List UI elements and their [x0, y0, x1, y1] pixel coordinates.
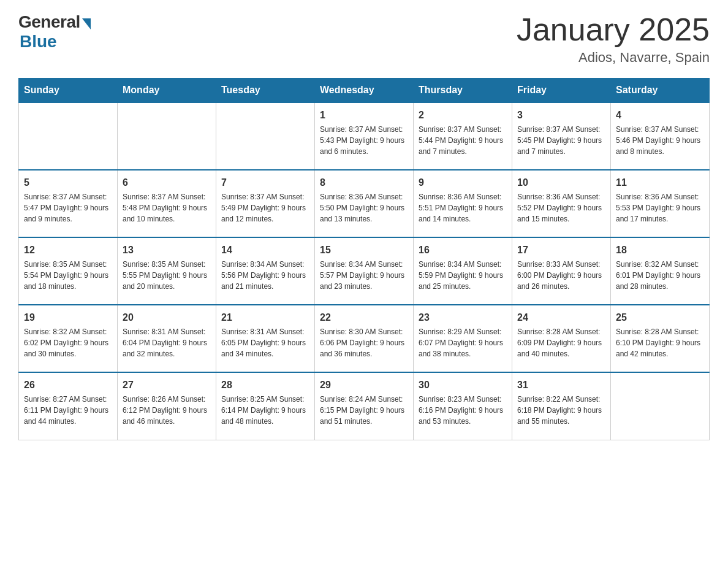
day-info: Sunrise: 8:35 AM Sunset: 5:55 PM Dayligh… — [123, 259, 211, 292]
calendar-cell: 26Sunrise: 8:27 AM Sunset: 6:11 PM Dayli… — [19, 372, 118, 440]
day-info: Sunrise: 8:37 AM Sunset: 5:47 PM Dayligh… — [24, 191, 112, 224]
calendar-cell: 29Sunrise: 8:24 AM Sunset: 6:15 PM Dayli… — [315, 372, 414, 440]
day-info: Sunrise: 8:28 AM Sunset: 6:09 PM Dayligh… — [517, 326, 605, 359]
week-row-2: 5Sunrise: 8:37 AM Sunset: 5:47 PM Daylig… — [19, 170, 710, 237]
day-number: 22 — [320, 310, 408, 324]
calendar-cell — [611, 372, 710, 440]
calendar-cell: 4Sunrise: 8:37 AM Sunset: 5:46 PM Daylig… — [611, 102, 710, 170]
day-header-wednesday: Wednesday — [315, 79, 414, 103]
day-number: 20 — [123, 310, 211, 324]
calendar-table: SundayMondayTuesdayWednesdayThursdayFrid… — [18, 78, 710, 440]
calendar-cell: 21Sunrise: 8:31 AM Sunset: 6:05 PM Dayli… — [216, 305, 315, 372]
day-info: Sunrise: 8:23 AM Sunset: 6:16 PM Dayligh… — [419, 394, 507, 427]
day-info: Sunrise: 8:30 AM Sunset: 6:06 PM Dayligh… — [320, 326, 408, 359]
day-header-monday: Monday — [118, 79, 216, 103]
day-info: Sunrise: 8:37 AM Sunset: 5:49 PM Dayligh… — [221, 191, 309, 224]
day-info: Sunrise: 8:36 AM Sunset: 5:50 PM Dayligh… — [320, 191, 408, 224]
calendar-cell: 25Sunrise: 8:28 AM Sunset: 6:10 PM Dayli… — [611, 305, 710, 372]
location-title: Adios, Navarre, Spain — [517, 50, 710, 66]
day-number: 28 — [221, 378, 309, 392]
day-number: 29 — [320, 378, 408, 392]
calendar-cell: 12Sunrise: 8:35 AM Sunset: 5:54 PM Dayli… — [19, 237, 118, 305]
day-number: 25 — [616, 310, 704, 324]
day-info: Sunrise: 8:37 AM Sunset: 5:46 PM Dayligh… — [616, 124, 704, 157]
day-number: 5 — [24, 175, 112, 190]
title-block: January 2025 Adios, Navarre, Spain — [517, 12, 710, 66]
calendar-cell: 22Sunrise: 8:30 AM Sunset: 6:06 PM Dayli… — [315, 305, 414, 372]
day-number: 26 — [24, 378, 112, 392]
day-info: Sunrise: 8:28 AM Sunset: 6:10 PM Dayligh… — [616, 326, 704, 359]
day-info: Sunrise: 8:36 AM Sunset: 5:52 PM Dayligh… — [517, 191, 605, 224]
month-title: January 2025 — [517, 12, 710, 47]
calendar-cell: 6Sunrise: 8:37 AM Sunset: 5:48 PM Daylig… — [118, 170, 216, 237]
day-info: Sunrise: 8:37 AM Sunset: 5:44 PM Dayligh… — [419, 124, 507, 157]
calendar-cell: 31Sunrise: 8:22 AM Sunset: 6:18 PM Dayli… — [512, 372, 611, 440]
day-number: 7 — [221, 175, 309, 190]
day-number: 2 — [419, 108, 507, 122]
page-header: General Blue January 2025 Adios, Navarre… — [18, 12, 710, 66]
calendar-cell: 8Sunrise: 8:36 AM Sunset: 5:50 PM Daylig… — [315, 170, 414, 237]
day-header-saturday: Saturday — [611, 79, 710, 103]
calendar-cell: 20Sunrise: 8:31 AM Sunset: 6:04 PM Dayli… — [118, 305, 216, 372]
day-info: Sunrise: 8:36 AM Sunset: 5:53 PM Dayligh… — [616, 191, 704, 224]
calendar-cell: 5Sunrise: 8:37 AM Sunset: 5:47 PM Daylig… — [19, 170, 118, 237]
calendar-cell: 2Sunrise: 8:37 AM Sunset: 5:44 PM Daylig… — [414, 102, 512, 170]
day-number: 17 — [517, 243, 605, 257]
day-number: 27 — [123, 378, 211, 392]
day-number: 12 — [24, 243, 112, 257]
calendar-cell: 14Sunrise: 8:34 AM Sunset: 5:56 PM Dayli… — [216, 237, 315, 305]
day-number: 6 — [123, 175, 211, 190]
calendar-cell: 19Sunrise: 8:32 AM Sunset: 6:02 PM Dayli… — [19, 305, 118, 372]
day-info: Sunrise: 8:37 AM Sunset: 5:45 PM Dayligh… — [517, 124, 605, 157]
day-number: 13 — [123, 243, 211, 257]
day-header-tuesday: Tuesday — [216, 79, 315, 103]
day-info: Sunrise: 8:37 AM Sunset: 5:48 PM Dayligh… — [123, 191, 211, 224]
logo-general-text: General — [18, 12, 80, 32]
day-info: Sunrise: 8:26 AM Sunset: 6:12 PM Dayligh… — [123, 394, 211, 427]
day-header-friday: Friday — [512, 79, 611, 103]
calendar-cell: 9Sunrise: 8:36 AM Sunset: 5:51 PM Daylig… — [414, 170, 512, 237]
calendar-cell — [19, 102, 118, 170]
calendar-cell: 3Sunrise: 8:37 AM Sunset: 5:45 PM Daylig… — [512, 102, 611, 170]
day-info: Sunrise: 8:34 AM Sunset: 5:56 PM Dayligh… — [221, 259, 309, 292]
calendar-cell: 11Sunrise: 8:36 AM Sunset: 5:53 PM Dayli… — [611, 170, 710, 237]
calendar-cell: 27Sunrise: 8:26 AM Sunset: 6:12 PM Dayli… — [118, 372, 216, 440]
calendar-cell: 1Sunrise: 8:37 AM Sunset: 5:43 PM Daylig… — [315, 102, 414, 170]
day-info: Sunrise: 8:31 AM Sunset: 6:04 PM Dayligh… — [123, 326, 211, 359]
calendar-cell: 30Sunrise: 8:23 AM Sunset: 6:16 PM Dayli… — [414, 372, 512, 440]
calendar-cell: 28Sunrise: 8:25 AM Sunset: 6:14 PM Dayli… — [216, 372, 315, 440]
day-number: 10 — [517, 175, 605, 190]
day-number: 8 — [320, 175, 408, 190]
day-info: Sunrise: 8:31 AM Sunset: 6:05 PM Dayligh… — [221, 326, 309, 359]
logo-blue-text: Blue — [20, 32, 57, 52]
header-row: SundayMondayTuesdayWednesdayThursdayFrid… — [19, 79, 710, 103]
logo: General Blue — [18, 12, 91, 52]
day-number: 23 — [419, 310, 507, 324]
day-info: Sunrise: 8:24 AM Sunset: 6:15 PM Dayligh… — [320, 394, 408, 427]
calendar-cell: 24Sunrise: 8:28 AM Sunset: 6:09 PM Dayli… — [512, 305, 611, 372]
day-number: 1 — [320, 108, 408, 122]
calendar-cell: 17Sunrise: 8:33 AM Sunset: 6:00 PM Dayli… — [512, 237, 611, 305]
day-info: Sunrise: 8:32 AM Sunset: 6:01 PM Dayligh… — [616, 259, 704, 292]
calendar-cell: 7Sunrise: 8:37 AM Sunset: 5:49 PM Daylig… — [216, 170, 315, 237]
calendar-cell: 10Sunrise: 8:36 AM Sunset: 5:52 PM Dayli… — [512, 170, 611, 237]
calendar-cell: 23Sunrise: 8:29 AM Sunset: 6:07 PM Dayli… — [414, 305, 512, 372]
day-info: Sunrise: 8:36 AM Sunset: 5:51 PM Dayligh… — [419, 191, 507, 224]
day-number: 30 — [419, 378, 507, 392]
logo-arrow-icon — [82, 18, 91, 29]
week-row-3: 12Sunrise: 8:35 AM Sunset: 5:54 PM Dayli… — [19, 237, 710, 305]
day-number: 31 — [517, 378, 605, 392]
day-info: Sunrise: 8:25 AM Sunset: 6:14 PM Dayligh… — [221, 394, 309, 427]
day-header-sunday: Sunday — [19, 79, 118, 103]
calendar-cell — [118, 102, 216, 170]
day-number: 4 — [616, 108, 704, 122]
day-number: 24 — [517, 310, 605, 324]
calendar-cell: 18Sunrise: 8:32 AM Sunset: 6:01 PM Dayli… — [611, 237, 710, 305]
day-info: Sunrise: 8:37 AM Sunset: 5:43 PM Dayligh… — [320, 124, 408, 157]
day-info: Sunrise: 8:33 AM Sunset: 6:00 PM Dayligh… — [517, 259, 605, 292]
calendar-cell: 15Sunrise: 8:34 AM Sunset: 5:57 PM Dayli… — [315, 237, 414, 305]
day-info: Sunrise: 8:35 AM Sunset: 5:54 PM Dayligh… — [24, 259, 112, 292]
day-number: 3 — [517, 108, 605, 122]
day-number: 14 — [221, 243, 309, 257]
day-number: 15 — [320, 243, 408, 257]
